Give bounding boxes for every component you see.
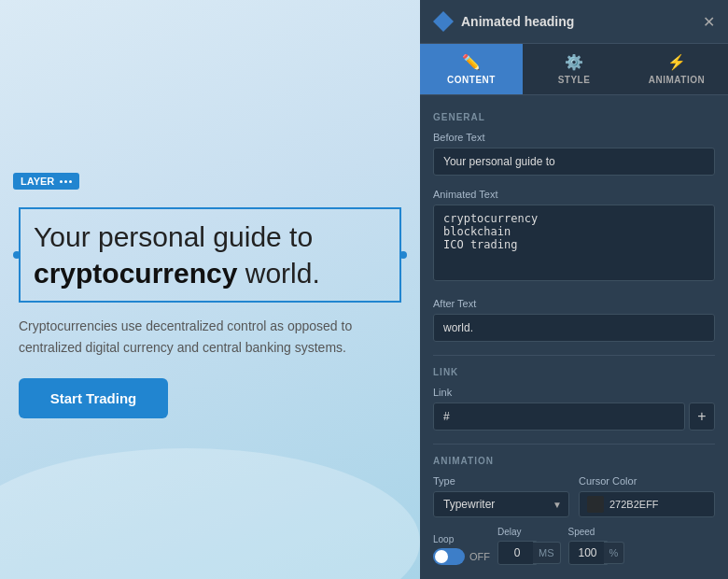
heading-animated-word: cryptocurrency [34,258,237,289]
link-row: + [433,402,715,431]
description-text: Cryptocurrencies use decentralized contr… [19,316,373,358]
heading-text: Your personal guide to cryptocurrency wo… [34,219,386,291]
panel-content: GENERAL Before Text Animated Text crypto… [420,95,728,579]
link-input[interactable] [433,402,685,431]
layer-badge[interactable]: LAYER [13,173,79,190]
speed-label: Speed [568,527,625,537]
start-trading-button[interactable]: Start Trading [19,378,168,418]
speed-input[interactable] [568,541,608,565]
heading-after-text: world. [237,258,319,289]
speed-unit: % [604,542,625,564]
content-tab-icon: ✏️ [462,53,482,71]
link-group: Link + [433,387,715,431]
speed-col: Speed % [568,527,625,565]
type-label: Type [433,475,569,487]
general-section-label: GENERAL [433,112,715,122]
animation-tab-icon: ⚡ [667,53,687,71]
widget-icon [433,11,454,32]
panel-title: Animated heading [461,14,574,29]
close-button[interactable]: ✕ [703,13,715,31]
cursor-color-label: Cursor Color [579,475,715,487]
animation-tab-label: ANIMATION [649,75,705,85]
loop-toggle[interactable] [433,548,465,565]
animated-text-label: Animated Text [433,189,715,200]
type-select-wrapper: Typewriter Fade Slide ▼ [433,491,569,517]
after-text-label: After Text [433,298,715,309]
toggle-wrapper: OFF [433,548,490,565]
tab-animation[interactable]: ⚡ ANIMATION [625,44,728,94]
layer-label: LAYER [21,176,54,187]
content-tab-label: CONTENT [447,75,496,85]
link-section-label: LINK [433,367,715,377]
after-text-input[interactable] [433,314,715,342]
heading-box: Your personal guide to cryptocurrency wo… [19,207,401,303]
color-swatch [587,496,604,513]
heading-line1: Your personal guide to [34,221,313,252]
cursor-color-row[interactable]: 272B2EFF [579,491,715,517]
animation-section: ANIMATION Type Typewriter Fade Slide ▼ C… [433,456,715,565]
panel-header: Animated heading ✕ [420,0,728,44]
type-select[interactable]: Typewriter Fade Slide [433,491,569,517]
loop-label: Loop [433,534,490,544]
animated-text-textarea[interactable]: cryptocurrency blockchain ICO trading [433,205,715,281]
cursor-col: Cursor Color 272B2EFF [579,475,715,517]
loop-off-label: OFF [469,551,490,562]
left-panel: LAYER Your personal guide to cryptocurre… [0,0,420,579]
panel-header-left: Animated heading [433,11,574,32]
delay-input-group: MS [497,541,561,565]
style-tab-label: STYLE [558,75,591,85]
link-add-button[interactable]: + [689,402,715,431]
divider-2 [433,444,715,445]
delay-label: Delay [497,527,561,537]
toggle-knob [435,550,448,563]
before-text-group: Before Text [433,132,715,176]
color-hex-value: 272B2EFF [609,499,659,510]
layer-dots-icon [60,180,72,183]
delay-input[interactable] [497,541,537,565]
speed-input-group: % [568,541,625,565]
before-text-input[interactable] [433,148,715,176]
loop-delay-speed-row: Loop OFF Delay MS Sp [433,527,715,565]
link-label: Link [433,387,715,398]
right-panel: Animated heading ✕ ✏️ CONTENT ⚙️ STYLE ⚡… [420,0,728,579]
delay-unit: MS [533,542,561,564]
type-col: Type Typewriter Fade Slide ▼ [433,475,569,517]
type-cursor-row: Type Typewriter Fade Slide ▼ Cursor Colo… [433,475,715,517]
loop-col: Loop OFF [433,534,490,565]
tab-style[interactable]: ⚙️ STYLE [523,44,625,94]
animated-text-group: Animated Text cryptocurrency blockchain … [433,189,715,285]
divider-1 [433,355,715,356]
after-text-group: After Text [433,298,715,342]
tab-content[interactable]: ✏️ CONTENT [420,44,523,94]
before-text-label: Before Text [433,132,715,143]
delay-col: Delay MS [497,527,561,565]
style-tab-icon: ⚙️ [565,53,584,71]
animation-section-label: ANIMATION [433,456,715,466]
panel-tabs: ✏️ CONTENT ⚙️ STYLE ⚡ ANIMATION [420,44,728,95]
